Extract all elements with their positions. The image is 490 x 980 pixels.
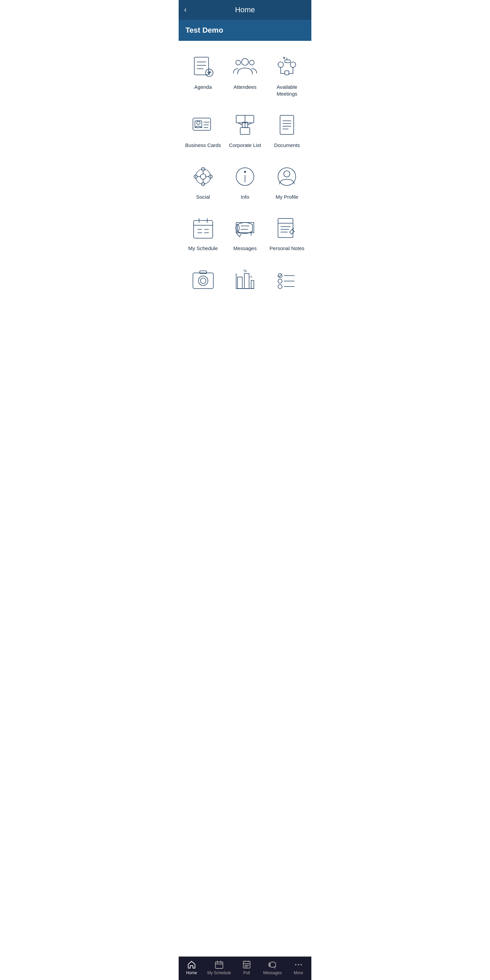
svg-rect-20 xyxy=(285,71,289,75)
svg-rect-27 xyxy=(240,127,250,134)
my-schedule-tab-label: My Schedule xyxy=(207,970,231,975)
svg-point-10 xyxy=(250,60,254,65)
more-tab-icon xyxy=(294,960,303,969)
svg-rect-65 xyxy=(278,218,293,237)
business-cards-label: Business Cards xyxy=(185,142,221,149)
more-tab-label: More xyxy=(294,970,303,975)
agenda-icon xyxy=(191,54,215,79)
svg-rect-71 xyxy=(193,273,213,288)
svg-rect-33 xyxy=(280,115,294,134)
tab-poll[interactable]: Poll xyxy=(237,960,257,975)
svg-point-9 xyxy=(236,60,240,65)
tab-my-schedule[interactable]: My Schedule xyxy=(207,960,231,975)
svg-rect-77 xyxy=(237,277,242,288)
grid-container: Agenda Attendees xyxy=(179,41,311,956)
agenda-label: Agenda xyxy=(194,84,212,91)
documents-icon xyxy=(275,113,299,137)
personal-notes-label: Personal Notes xyxy=(269,245,305,252)
messages-tab-icon xyxy=(268,960,277,969)
checklist-icon xyxy=(275,267,299,292)
svg-point-12 xyxy=(290,62,296,67)
available-meetings-label: Available Meetings xyxy=(269,84,305,97)
svg-rect-53 xyxy=(194,221,213,238)
business-cards-icon xyxy=(191,113,215,137)
attendees-icon xyxy=(233,54,257,79)
social-icon xyxy=(191,164,215,189)
svg-point-84 xyxy=(278,279,282,283)
attendees-label: Attendees xyxy=(234,84,256,91)
svg-point-52 xyxy=(284,171,290,177)
grid-item-corporate-list[interactable]: Corporate List xyxy=(224,106,266,154)
svg-point-51 xyxy=(278,168,296,185)
svg-rect-92 xyxy=(243,961,250,968)
svg-point-102 xyxy=(301,964,302,966)
sub-header: Test Demo xyxy=(179,20,311,41)
svg-point-11 xyxy=(278,62,283,67)
svg-point-101 xyxy=(298,964,299,966)
svg-rect-88 xyxy=(215,962,223,969)
grid-item-my-schedule[interactable]: My Schedule xyxy=(182,209,224,257)
svg-rect-0 xyxy=(194,57,208,75)
grid-item-social[interactable]: Social xyxy=(182,158,224,206)
schedule-tab-icon xyxy=(215,960,224,969)
bottom-tab-bar: Home My Schedule Poll xyxy=(179,956,311,980)
menu-grid: Agenda Attendees xyxy=(182,48,308,302)
home-tab-icon xyxy=(187,960,196,969)
svg-line-31 xyxy=(238,123,242,125)
messages-tab-label: Messages xyxy=(263,970,282,975)
svg-text:%: % xyxy=(250,275,252,278)
svg-point-8 xyxy=(242,59,248,65)
available-meetings-icon xyxy=(275,54,299,79)
grid-item-personal-notes[interactable]: Personal Notes xyxy=(266,209,308,257)
svg-rect-74 xyxy=(200,271,207,274)
svg-rect-78 xyxy=(244,274,249,288)
svg-point-72 xyxy=(198,276,208,285)
tab-more[interactable]: More xyxy=(288,960,309,975)
svg-point-50 xyxy=(244,171,246,172)
top-bar: ‹ Home xyxy=(179,0,311,20)
my-profile-icon xyxy=(275,164,299,189)
documents-label: Documents xyxy=(274,142,300,149)
grid-item-available-meetings[interactable]: Available Meetings xyxy=(266,48,308,102)
personal-notes-icon xyxy=(275,216,299,240)
grid-item-agenda[interactable]: Agenda xyxy=(182,48,224,102)
my-schedule-label: My Schedule xyxy=(188,245,218,252)
svg-point-23 xyxy=(197,121,200,124)
svg-rect-13 xyxy=(285,60,290,63)
corporate-list-label: Corporate List xyxy=(229,142,261,149)
svg-rect-22 xyxy=(195,121,202,127)
svg-point-73 xyxy=(200,278,206,283)
poll-bar-icon: % % xyxy=(233,267,257,292)
svg-rect-79 xyxy=(251,280,254,288)
event-title: Test Demo xyxy=(185,26,223,34)
svg-rect-15 xyxy=(283,57,285,59)
grid-item-poll[interactable]: % % xyxy=(224,261,266,302)
my-profile-label: My Profile xyxy=(275,194,298,200)
poll-tab-icon xyxy=(242,960,251,969)
messages-label: Messages xyxy=(234,245,256,252)
grid-item-checklist[interactable] xyxy=(266,261,308,302)
grid-item-business-cards[interactable]: Business Cards xyxy=(182,106,224,154)
grid-item-info[interactable]: Info xyxy=(224,158,266,206)
grid-item-attendees[interactable]: Attendees xyxy=(224,48,266,102)
back-button[interactable]: ‹ xyxy=(184,5,186,14)
grid-item-photo[interactable] xyxy=(182,261,224,302)
svg-point-86 xyxy=(278,285,282,288)
home-tab-label: Home xyxy=(186,970,197,975)
grid-item-my-profile[interactable]: My Profile xyxy=(266,158,308,206)
grid-item-messages[interactable]: Messages xyxy=(224,209,266,257)
tab-messages[interactable]: Messages xyxy=(262,960,283,975)
svg-text:%: % xyxy=(243,269,247,273)
svg-line-32 xyxy=(248,123,252,125)
grid-item-documents[interactable]: Documents xyxy=(266,106,308,154)
messages-icon xyxy=(233,216,257,240)
tab-home[interactable]: Home xyxy=(181,960,202,975)
my-schedule-icon xyxy=(191,216,215,240)
photo-icon xyxy=(191,267,215,292)
page-title: Home xyxy=(235,5,255,14)
info-icon xyxy=(233,164,257,189)
poll-tab-label: Poll xyxy=(243,970,250,975)
svg-point-38 xyxy=(200,174,206,179)
svg-point-100 xyxy=(295,964,296,966)
corporate-list-icon xyxy=(233,113,257,137)
